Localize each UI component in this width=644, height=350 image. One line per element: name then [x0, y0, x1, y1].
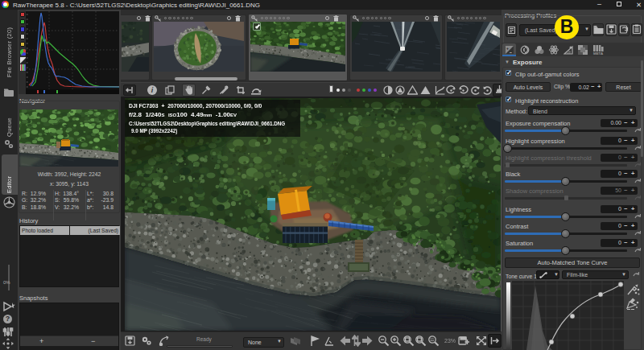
- svg-text:+: +: [506, 46, 509, 51]
- svg-text:META: META: [593, 51, 604, 56]
- svg-text:11: 11: [430, 337, 434, 342]
- svg-text:−: −: [510, 50, 512, 55]
